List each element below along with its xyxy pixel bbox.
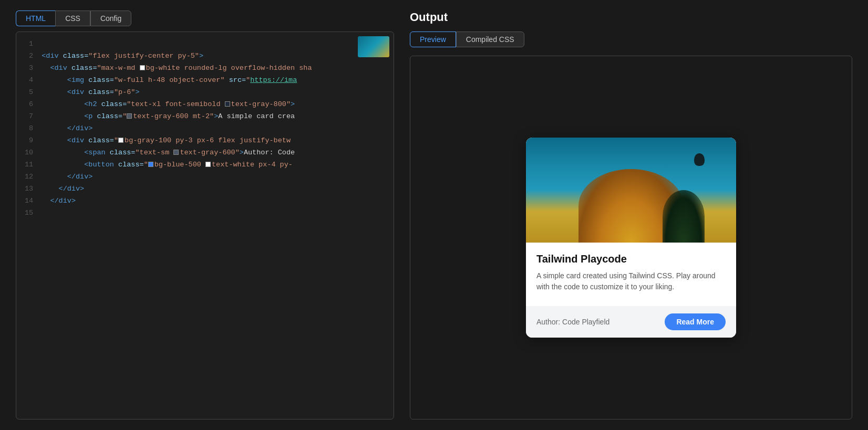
tab-config[interactable]: Config: [90, 11, 131, 26]
code-line: [42, 207, 388, 219]
code-line: </div>: [42, 123, 388, 135]
code-line: <button class="bg-blue-500 text-white px…: [42, 159, 388, 171]
card-author: Author: Code Playfield: [536, 318, 609, 326]
read-more-button[interactable]: Read More: [665, 313, 726, 330]
left-panel: HTML CSS Config 1 2 3 4 5 6 7 8 9 10 11: [16, 11, 394, 419]
code-line: <h2 class="text-xl font-semibold text-gr…: [42, 99, 388, 111]
editor-thumbnail: [358, 36, 389, 57]
code-editor[interactable]: 1 2 3 4 5 6 7 8 9 10 11 12 13 14 15: [16, 32, 394, 419]
card-footer: Author: Code Playfield Read More: [526, 306, 736, 338]
right-panel: Output Preview Compiled CSS Tailwind Pla…: [410, 11, 852, 419]
code-line: <div class="flex justify-center py-5">: [42, 50, 388, 62]
code-line: <p class="text-gray-600 mt-2">A simple c…: [42, 111, 388, 123]
code-content: <div class="flex justify-center py-5"> <…: [38, 32, 394, 419]
code-line: <div class="p-6">: [42, 87, 388, 99]
output-tab-bar: Preview Compiled CSS: [410, 32, 852, 47]
left-tab-bar: HTML CSS Config: [16, 11, 394, 26]
code-line: </div>: [42, 171, 388, 183]
code-line: [42, 38, 388, 50]
card-title: Tailwind Playcode: [536, 253, 726, 265]
code-line: </div>: [42, 183, 388, 195]
card-description: A simple card created using Tailwind CSS…: [536, 270, 726, 292]
tab-preview[interactable]: Preview: [410, 32, 456, 47]
code-line: <div class="max-w-md bg-white rounded-lg…: [42, 62, 388, 75]
code-line: </div>: [42, 195, 388, 207]
diver-silhouette: [694, 153, 705, 166]
preview-area: Tailwind Playcode A simple card created …: [410, 56, 852, 419]
code-editor-inner: 1 2 3 4 5 6 7 8 9 10 11 12 13 14 15: [16, 32, 394, 419]
card-image: [526, 138, 736, 243]
card-body: Tailwind Playcode A simple card created …: [526, 243, 736, 306]
tab-css[interactable]: CSS: [55, 11, 90, 26]
code-line: <img class="w-full h-48 object-cover" sr…: [42, 75, 388, 87]
tab-compiled-css[interactable]: Compiled CSS: [456, 32, 524, 47]
code-line: <span class="text-sm text-gray-600">Auth…: [42, 147, 388, 159]
code-line: <div class="bg-gray-100 py-3 px-6 flex j…: [42, 135, 388, 147]
main-container: HTML CSS Config 1 2 3 4 5 6 7 8 9 10 11: [0, 0, 868, 430]
line-numbers: 1 2 3 4 5 6 7 8 9 10 11 12 13 14 15: [16, 32, 38, 419]
tab-html[interactable]: HTML: [16, 11, 55, 26]
output-title: Output: [410, 11, 852, 24]
preview-card: Tailwind Playcode A simple card created …: [526, 138, 736, 338]
